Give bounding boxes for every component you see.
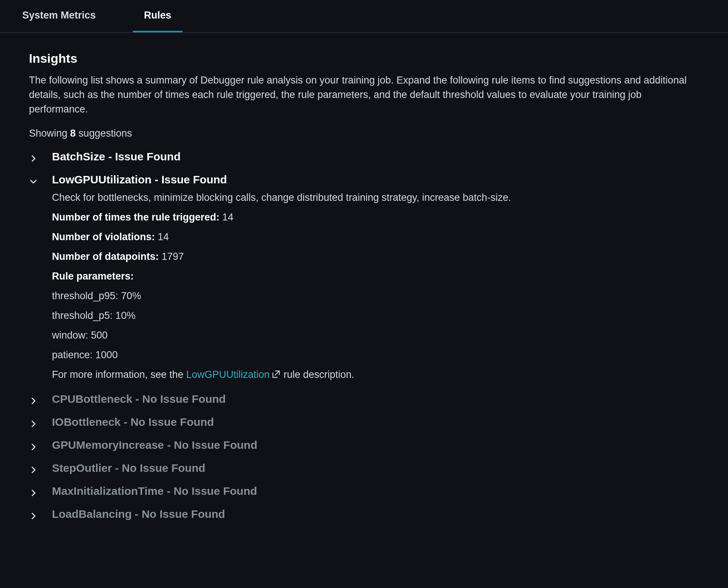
stat-datapoints: Number of datapoints: 1797 — [52, 251, 699, 262]
suggestions-count: Showing 8 suggestions — [29, 128, 699, 139]
rule-body: Check for bottlenecks, minimize blocking… — [52, 192, 699, 382]
rule-title: MaxInitializationTime - No Issue Found — [52, 485, 257, 497]
rule-item-iobottleneck[interactable]: IOBottleneck - No Issue Found — [29, 416, 699, 428]
chevron-right-icon — [29, 419, 38, 428]
rule-item-maxinitializationtime[interactable]: MaxInitializationTime - No Issue Found — [29, 485, 699, 497]
rule-item-lowgpuutilization[interactable]: LowGPUUtilization - Issue Found — [29, 173, 699, 186]
chevron-right-icon — [29, 466, 38, 474]
insights-description: The following list shows a summary of De… — [29, 73, 699, 117]
rule-advice: Check for bottlenecks, minimize blocking… — [52, 192, 699, 203]
rule-item-stepoutlier[interactable]: StepOutlier - No Issue Found — [29, 462, 699, 474]
rule-item-gpumemoryincrease[interactable]: GPUMemoryIncrease - No Issue Found — [29, 439, 699, 451]
chevron-right-icon — [29, 396, 38, 405]
tab-rules[interactable]: Rules — [133, 0, 183, 32]
chevron-right-icon — [29, 442, 38, 451]
rules-list: BatchSize - Issue Found LowGPUUtilizatio… — [29, 150, 699, 520]
rule-title: GPUMemoryIncrease - No Issue Found — [52, 439, 257, 451]
chevron-down-icon — [29, 177, 38, 186]
insights-heading: Insights — [29, 51, 699, 66]
rule-title: BatchSize - Issue Found — [52, 150, 181, 163]
tab-bar: System Metrics Rules — [0, 0, 728, 33]
rule-title: CPUBottleneck - No Issue Found — [52, 393, 226, 405]
chevron-right-icon — [29, 489, 38, 497]
chevron-right-icon — [29, 512, 38, 520]
param-line: patience: 1000 — [52, 349, 699, 361]
stat-triggered: Number of times the rule triggered: 14 — [52, 212, 699, 223]
rule-title: LoadBalancing - No Issue Found — [52, 508, 225, 520]
insights-panel: Insights The following list shows a summ… — [0, 33, 728, 546]
param-line: threshold_p95: 70% — [52, 290, 699, 302]
rule-item-loadbalancing[interactable]: LoadBalancing - No Issue Found — [29, 508, 699, 520]
chevron-right-icon — [29, 154, 38, 163]
rule-title: IOBottleneck - No Issue Found — [52, 416, 214, 428]
param-line: threshold_p5: 10% — [52, 310, 699, 321]
rule-item-cpubottleneck[interactable]: CPUBottleneck - No Issue Found — [29, 393, 699, 405]
rule-item-batchsize[interactable]: BatchSize - Issue Found — [29, 150, 699, 163]
rule-title: LowGPUUtilization - Issue Found — [52, 173, 227, 186]
param-line: window: 500 — [52, 330, 699, 341]
stat-violations: Number of violations: 14 — [52, 231, 699, 243]
rule-title: StepOutlier - No Issue Found — [52, 462, 205, 474]
more-info: For more information, see the LowGPUUtil… — [52, 369, 699, 382]
tab-system-metrics[interactable]: System Metrics — [11, 0, 107, 32]
params-header: Rule parameters: — [52, 271, 699, 282]
external-link-icon — [271, 369, 281, 382]
rule-doc-link[interactable]: LowGPUUtilization — [186, 369, 281, 380]
